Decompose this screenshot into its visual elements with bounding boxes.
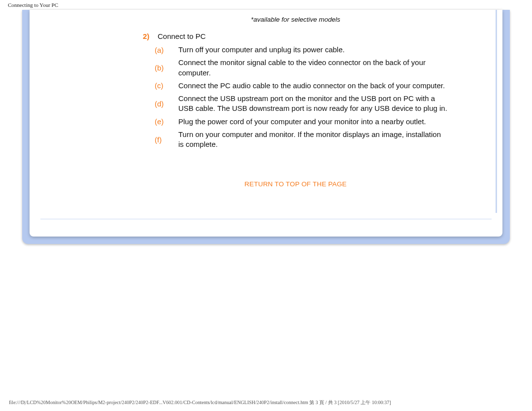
step-marker: (b) [143,64,175,72]
step-marker: (e) [143,117,175,126]
list-item: (c) Connect the PC audio cable to the au… [143,79,448,92]
list-item: (d) Connect the USB upstream port on the… [143,92,448,115]
list-item: (f) Turn on your computer and monitor. I… [143,128,448,151]
list-item: (b) Connect the monitor signal cable to … [143,56,448,79]
step-marker: (a) [143,46,175,54]
page-title: Connecting to Your PC [0,0,532,8]
step-text: Plug the power cord of your computer and… [175,117,448,127]
content-column: *available for selective models 2) Conne… [143,10,448,188]
section-title: Connect to PC [158,32,206,40]
section-heading: 2) Connect to PC [143,32,448,43]
step-marker: (f) [143,136,175,144]
footer-path: file:///D|/LCD%20Monitor%20OEM/Philips/M… [9,399,523,406]
step-marker: (c) [143,81,175,90]
content-panel: *available for selective models 2) Conne… [30,10,502,237]
step-text: Connect the USB upstream port on the mon… [175,94,448,114]
step-text: Connect the monitor signal cable to the … [175,58,448,78]
outer-frame: *available for selective models 2) Conne… [22,10,510,244]
step-text: Connect the PC audio cable to the audio … [175,81,448,91]
steps-list: (a) Turn off your computer and unplug it… [143,43,448,151]
right-divider [496,10,497,213]
step-text: Turn off your computer and unplug its po… [175,45,448,55]
availability-note: *available for selective models [143,10,448,32]
list-item: (e) Plug the power cord of your computer… [143,115,448,128]
step-marker: (d) [143,100,175,108]
return-to-top-link[interactable]: RETURN TO TOP OF THE PAGE [143,180,448,188]
step-text: Turn on your computer and monitor. If th… [175,130,448,150]
list-item: (a) Turn off your computer and unplug it… [143,43,448,56]
horizontal-divider [40,219,492,219]
section-number: 2) [143,32,158,40]
